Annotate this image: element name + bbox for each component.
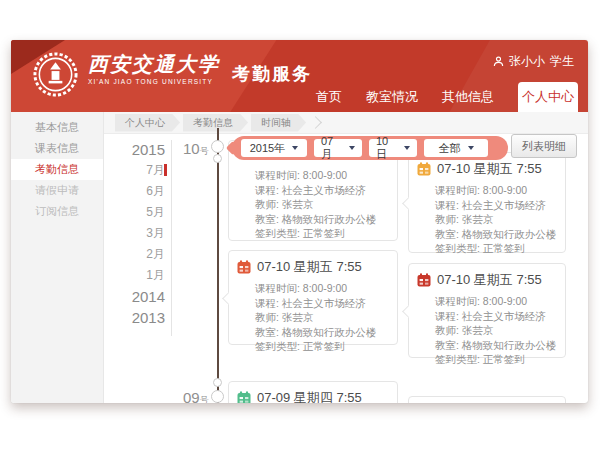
- calendar-icon: [237, 260, 251, 274]
- field-label: 课程:: [435, 199, 462, 211]
- nav-item-active[interactable]: 个人中心: [518, 82, 578, 112]
- field-label: 教室:: [255, 326, 282, 338]
- field-label: 教师:: [435, 324, 462, 336]
- attendance-card: 07-10 星期五 7:55课程时间: 8:00-9:00课程: 社会主义市场经…: [228, 250, 398, 345]
- timeline-year[interactable]: 2014: [107, 286, 165, 307]
- user-info[interactable]: 张小小 学生: [493, 53, 574, 70]
- field-label: 课程:: [255, 184, 282, 196]
- list-detail-button[interactable]: 列表明细: [511, 134, 577, 158]
- attendance-card: [408, 396, 566, 403]
- breadcrumb: 个人中心考勤信息时间轴: [104, 112, 588, 134]
- calendar-icon: [417, 162, 431, 176]
- filter-dropdown[interactable]: 10日: [369, 139, 417, 157]
- timeline-node-small: [213, 378, 222, 387]
- card-field: 签到类型: 正常签到: [255, 226, 389, 241]
- timeline-month[interactable]: 5月: [107, 202, 165, 223]
- card-field: 课程时间: 8:00-9:00: [435, 294, 557, 309]
- card-title: 07-10 星期五 7:55: [257, 258, 362, 276]
- field-value: 张芸京: [462, 213, 494, 225]
- field-label: 签到类型:: [255, 340, 303, 352]
- field-label: 教室:: [435, 228, 462, 240]
- field-value: 正常签到: [303, 227, 345, 239]
- card-field: 教室: 格物致知行政办公楼: [435, 227, 557, 242]
- timeline-year[interactable]: 2013: [107, 307, 165, 328]
- filter-dropdown-value: 10日: [376, 135, 397, 162]
- nav-item-link[interactable]: 其他信息: [442, 82, 494, 112]
- nav-item-link[interactable]: 首页: [316, 82, 342, 112]
- attendance-card: 07-09 星期四 7:55: [228, 381, 398, 403]
- card-field: 课程: 社会主义市场经济: [255, 296, 389, 311]
- nav-item-link[interactable]: 教室情况: [366, 82, 418, 112]
- field-label: 课程时间:: [255, 169, 303, 181]
- app-window: 西安交通大学 XI'AN JIAO TONG UNIVERSITY 考勤服务 张…: [11, 40, 588, 403]
- sidebar-item[interactable]: 请假申请: [11, 180, 103, 201]
- timeline-year[interactable]: 2015: [107, 139, 165, 160]
- card-title: 07-10 星期五 7:55: [437, 271, 542, 289]
- timeline-month[interactable]: 1月: [107, 265, 165, 286]
- timeline-node-large: [211, 140, 224, 153]
- field-value: 格物致知行政办公楼: [282, 213, 377, 225]
- card-field: 签到类型: 正常签到: [435, 352, 557, 367]
- card-field: 课程: 社会主义市场经济: [435, 198, 557, 213]
- field-value: 正常签到: [483, 242, 525, 254]
- university-gear-logo-icon: [32, 51, 79, 98]
- caret-down-icon: [349, 146, 355, 150]
- sidebar: 基本信息课表信息考勤信息请假申请订阅信息: [11, 112, 104, 403]
- timeline-month[interactable]: 6月: [107, 181, 165, 202]
- attendance-card: 07-10 星期五 7:55课程时间: 8:00-9:00课程: 社会主义市场经…: [408, 152, 566, 253]
- timeline-node-small: [213, 154, 222, 163]
- university-name-zh: 西安交通大学: [88, 51, 220, 77]
- field-value: 张芸京: [462, 324, 494, 336]
- filter-dropdown[interactable]: 2015年: [241, 139, 307, 157]
- caret-down-icon: [468, 146, 474, 150]
- app-header: 西安交通大学 XI'AN JIAO TONG UNIVERSITY 考勤服务 张…: [11, 40, 588, 112]
- timeline-node-large: [211, 390, 224, 403]
- sidebar-item[interactable]: 考勤信息: [11, 159, 103, 180]
- filter-dropdown-value: 07月: [321, 135, 342, 162]
- field-value: 格物致知行政办公楼: [282, 326, 377, 338]
- sidebar-item[interactable]: 基本信息: [11, 117, 103, 138]
- card-field: 课程时间: 8:00-9:00: [255, 281, 389, 296]
- field-label: 教室:: [255, 213, 282, 225]
- breadcrumb-chevron-icon: [309, 116, 322, 129]
- card-field: 教师: 张芸京: [435, 323, 557, 338]
- timeline-scale: 20157月6月5月3月2月1月20142013: [107, 139, 165, 328]
- field-value: 社会主义市场经济: [462, 310, 546, 322]
- filter-dropdown-value: 2015年: [250, 141, 285, 156]
- field-value: 社会主义市场经济: [282, 184, 366, 196]
- card-field: 教室: 格物致知行政办公楼: [255, 212, 389, 227]
- breadcrumb-item[interactable]: 考勤信息: [183, 114, 248, 132]
- day-unit: 号: [200, 146, 209, 156]
- field-value: 8:00-9:00: [303, 282, 347, 294]
- field-label: 课程时间:: [255, 282, 303, 294]
- card-field: 教师: 张芸京: [435, 212, 557, 227]
- user-role: 学生: [550, 53, 574, 70]
- card-title-row: 07-10 星期五 7:55: [229, 251, 397, 279]
- card-fields: 课程时间: 8:00-9:00课程: 社会主义市场经济教师: 张芸京教室: 格物…: [409, 181, 565, 262]
- field-value: 张芸京: [282, 311, 314, 323]
- breadcrumb-item[interactable]: 个人中心: [115, 114, 180, 132]
- timeline-month[interactable]: 3月: [107, 223, 165, 244]
- university-name-en: XI'AN JIAO TONG UNIVERSITY: [88, 78, 220, 85]
- field-label: 签到类型:: [255, 227, 303, 239]
- field-label: 教室:: [435, 339, 462, 351]
- filter-dropdown[interactable]: 07月: [314, 139, 362, 157]
- user-name: 张小小: [509, 53, 545, 70]
- timeline-month[interactable]: 7月: [107, 160, 165, 181]
- card-field: 教师: 张芸京: [255, 310, 389, 325]
- timeline-month[interactable]: 2月: [107, 244, 165, 265]
- sidebar-item[interactable]: 课表信息: [11, 138, 103, 159]
- card-fields: 课程时间: 8:00-9:00课程: 社会主义市场经济教师: 张芸京教室: 格物…: [229, 279, 397, 360]
- field-label: 签到类型:: [435, 242, 483, 254]
- main-nav: 首页教室情况其他信息个人中心: [316, 82, 578, 112]
- field-label: 教师:: [435, 213, 462, 225]
- field-value: 社会主义市场经济: [282, 297, 366, 309]
- filter-dropdown[interactable]: 全部: [424, 139, 488, 157]
- card-field: 课程时间: 8:00-9:00: [435, 183, 557, 198]
- sidebar-item[interactable]: 订阅信息: [11, 201, 103, 222]
- attendance-card: 07-10 星期五 7:55课程时间: 8:00-9:00课程: 社会主义市场经…: [408, 263, 566, 358]
- card-title: 07-09 星期四 7:55: [257, 389, 362, 403]
- breadcrumb-item[interactable]: 时间轴: [251, 114, 306, 132]
- selected-month-tick: [164, 164, 167, 176]
- card-field: 教师: 张芸京: [255, 197, 389, 212]
